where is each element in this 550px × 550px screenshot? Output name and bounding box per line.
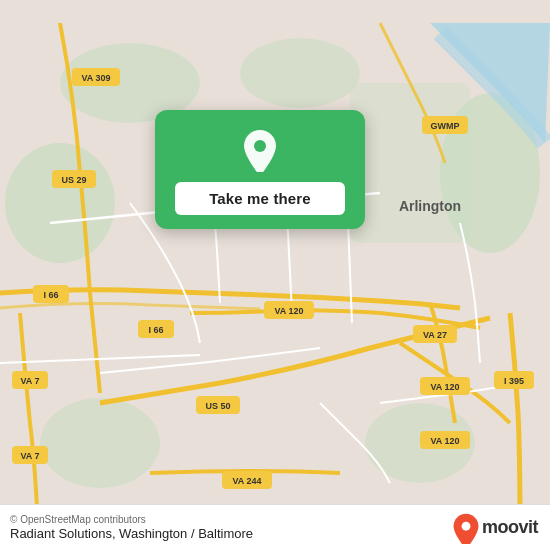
svg-text:US 29: US 29: [61, 175, 86, 185]
svg-point-6: [40, 398, 160, 488]
svg-text:VA 120: VA 120: [274, 306, 303, 316]
svg-text:Arlington: Arlington: [399, 198, 461, 214]
take-me-there-button[interactable]: Take me there: [175, 182, 345, 215]
svg-point-1: [5, 143, 115, 263]
svg-text:I 395: I 395: [504, 376, 524, 386]
svg-point-3: [240, 38, 360, 108]
bottom-bar: © OpenStreetMap contributors Radiant Sol…: [0, 504, 550, 550]
bottom-info: © OpenStreetMap contributors Radiant Sol…: [10, 514, 253, 541]
location-title: Radiant Solutions, Washington / Baltimor…: [10, 526, 253, 541]
svg-text:US 50: US 50: [205, 401, 230, 411]
map-container: VA 309 US 29 I 66 I 66 VA 7 VA 7 US 50 V…: [0, 0, 550, 550]
moovit-brand-text: moovit: [482, 517, 538, 538]
svg-text:VA 244: VA 244: [232, 476, 261, 486]
svg-text:VA 27: VA 27: [423, 330, 447, 340]
svg-text:VA 7: VA 7: [20, 376, 39, 386]
svg-text:VA 7: VA 7: [20, 451, 39, 461]
svg-text:VA 309: VA 309: [81, 73, 110, 83]
moovit-pin-icon: [450, 512, 482, 544]
svg-text:VA 120: VA 120: [430, 436, 459, 446]
map-attribution: © OpenStreetMap contributors: [10, 514, 253, 525]
svg-text:I 66: I 66: [148, 325, 163, 335]
moovit-logo: moovit: [450, 512, 538, 544]
svg-point-38: [462, 521, 471, 530]
map-background: VA 309 US 29 I 66 I 66 VA 7 VA 7 US 50 V…: [0, 0, 550, 550]
svg-text:VA 120: VA 120: [430, 382, 459, 392]
svg-text:GWMP: GWMP: [431, 121, 460, 131]
svg-text:I 66: I 66: [43, 290, 58, 300]
map-popup: Take me there: [155, 110, 365, 229]
svg-rect-7: [350, 83, 470, 243]
location-pin-icon: [238, 128, 282, 172]
svg-point-37: [254, 140, 266, 152]
